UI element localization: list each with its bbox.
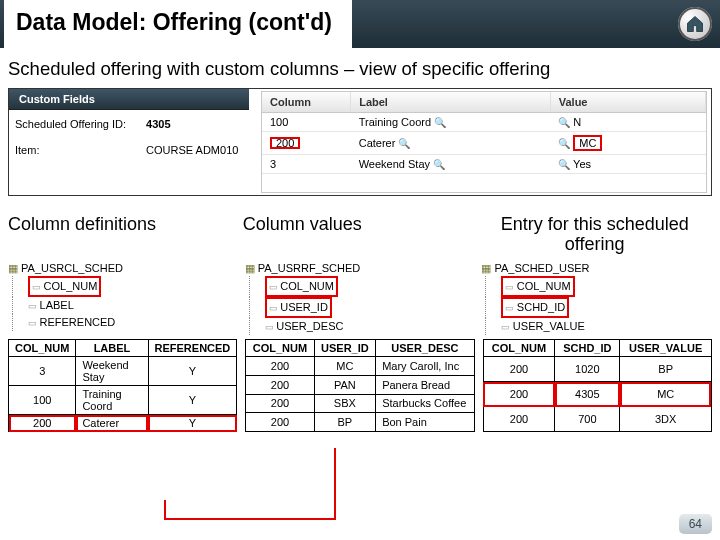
cf-col-cell: 3 [262, 155, 351, 174]
table-row: 200MCMary Caroll, Inc [246, 357, 474, 376]
table-cell: 3 [9, 357, 76, 386]
custom-fields-table-wrap: Column Label Value 100Training Coord 🔍🔍 … [261, 91, 707, 193]
table-cell: 200 [9, 415, 76, 432]
table-row: 100Training Coord 🔍🔍 N [262, 113, 706, 132]
table-header: LABEL [76, 340, 148, 357]
item-value: COURSE ADM010 [146, 144, 238, 156]
tree-leaf: COL_NUM [8, 276, 239, 297]
table-header: SCHD_ID [555, 340, 620, 357]
table-row: 3Weekend StayY [9, 357, 237, 386]
table-row: 200PANPanera Bread [246, 375, 474, 394]
table-entry: COL_NUMSCHD_IDUSER_VALUE2001020BP2004305… [483, 339, 712, 432]
cf-label-cell: Weekend Stay 🔍 [351, 155, 551, 174]
tree-entry: PA_SCHED_USERCOL_NUMSCHD_IDUSER_VALUE [481, 258, 712, 339]
table-header: USER_VALUE [620, 340, 712, 357]
table-header: COL_NUM [246, 340, 314, 357]
table-header: USER_DESC [376, 340, 475, 357]
tree-leaf: COL_NUM [481, 276, 712, 297]
cf-value-cell: 🔍 Yes [550, 155, 705, 174]
table-cell: Y [148, 386, 237, 415]
cf-col-cell: 100 [262, 113, 351, 132]
cf-col-cell: 200 [262, 132, 351, 155]
table-cell: 4305 [555, 382, 620, 407]
section-entry-label: Entry for this scheduled offering [477, 214, 712, 254]
table-cell: 3DX [620, 407, 712, 432]
home-button[interactable] [678, 7, 712, 41]
tree-root: PA_USRCL_SCHED [8, 260, 239, 276]
offering-id-label: Scheduled Offering ID: [15, 115, 143, 133]
search-icon[interactable]: 🔍 [434, 117, 446, 128]
table-cell: BP [620, 357, 712, 382]
tree-leaf: COL_NUM [245, 276, 476, 297]
table-header: COL_NUM [9, 340, 76, 357]
section-defs-label: Column definitions [8, 214, 243, 254]
table-cell: MC [314, 357, 376, 376]
table-row: 3Weekend Stay 🔍🔍 Yes [262, 155, 706, 174]
table-defs: COL_NUMLABELREFERENCED3Weekend StayY100T… [8, 339, 237, 432]
table-cell: Y [148, 357, 237, 386]
table-cell: Bon Pain [376, 413, 475, 432]
tree-root: PA_SCHED_USER [481, 260, 712, 276]
table-row: 2007003DX [483, 407, 711, 432]
table-row: 200CatererY [9, 415, 237, 432]
section-labels: Column definitions Column values Entry f… [8, 214, 712, 254]
cf-label-cell: Training Coord 🔍 [351, 113, 551, 132]
tree-leaf: USER_DESC [245, 318, 476, 335]
table-cell: 100 [9, 386, 76, 415]
section-values-label: Column values [243, 214, 478, 254]
table-header: COL_NUM [483, 340, 555, 357]
title-bar: Data Model: Offering (cont'd) [0, 0, 720, 48]
custom-fields-table: Column Label Value 100Training Coord 🔍🔍 … [262, 92, 706, 174]
search-icon[interactable]: 🔍 [558, 159, 570, 170]
table-header: REFERENCED [148, 340, 237, 357]
tree-leaf: SCHD_ID [481, 297, 712, 318]
tree-leaf: LABEL [8, 297, 239, 314]
table-cell: 200 [246, 394, 314, 413]
table-row: 2001020BP [483, 357, 711, 382]
table-header: USER_ID [314, 340, 376, 357]
table-cell: 200 [483, 382, 555, 407]
subtitle: Scheduled offering with custom columns –… [0, 48, 720, 86]
tree-leaf: USER_ID [245, 297, 476, 318]
search-icon[interactable]: 🔍 [558, 117, 570, 128]
table-cell: 200 [483, 407, 555, 432]
table-cell: 200 [483, 357, 555, 382]
table-cell: 700 [555, 407, 620, 432]
search-icon[interactable]: 🔍 [558, 138, 570, 149]
search-icon[interactable]: 🔍 [433, 159, 445, 170]
cf-value-cell: 🔍 N [550, 113, 705, 132]
custom-fields-panel: Custom Fields Scheduled Offering ID: 430… [8, 88, 712, 196]
home-icon [685, 14, 705, 34]
table-cell: Weekend Stay [76, 357, 148, 386]
tree-values: PA_USRRF_SCHEDCOL_NUMUSER_IDUSER_DESC [245, 258, 476, 339]
table-cell: BP [314, 413, 376, 432]
connector-line [334, 448, 336, 520]
connector-line [164, 500, 166, 520]
cf-col-header: Column [262, 92, 351, 113]
table-cell: 200 [246, 357, 314, 376]
tree-root: PA_USRRF_SCHED [245, 260, 476, 276]
table-cell: 1020 [555, 357, 620, 382]
table-cell: PAN [314, 375, 376, 394]
table-row: 200BPBon Pain [246, 413, 474, 432]
trees-row: PA_USRCL_SCHEDCOL_NUMLABELREFERENCED PA_… [8, 258, 712, 339]
table-cell: SBX [314, 394, 376, 413]
offering-id-value: 4305 [146, 118, 170, 130]
table-cell: Starbucks Coffee [376, 394, 475, 413]
table-cell: Panera Bread [376, 375, 475, 394]
table-row: 200Caterer 🔍🔍 MC [262, 132, 706, 155]
search-icon[interactable]: 🔍 [398, 138, 410, 149]
cf-value-cell: 🔍 MC [550, 132, 705, 155]
table-cell: Training Coord [76, 386, 148, 415]
tree-leaf: USER_VALUE [481, 318, 712, 335]
table-row: 200SBXStarbucks Coffee [246, 394, 474, 413]
table-cell: Y [148, 415, 237, 432]
page-number: 64 [679, 514, 712, 534]
table-cell: Mary Caroll, Inc [376, 357, 475, 376]
table-cell: Caterer [76, 415, 148, 432]
custom-fields-title: Custom Fields [9, 89, 249, 110]
table-cell: 200 [246, 375, 314, 394]
table-values: COL_NUMUSER_IDUSER_DESC200MCMary Caroll,… [245, 339, 474, 432]
data-tables-row: COL_NUMLABELREFERENCED3Weekend StayY100T… [8, 339, 712, 432]
cf-label-cell: Caterer 🔍 [351, 132, 551, 155]
